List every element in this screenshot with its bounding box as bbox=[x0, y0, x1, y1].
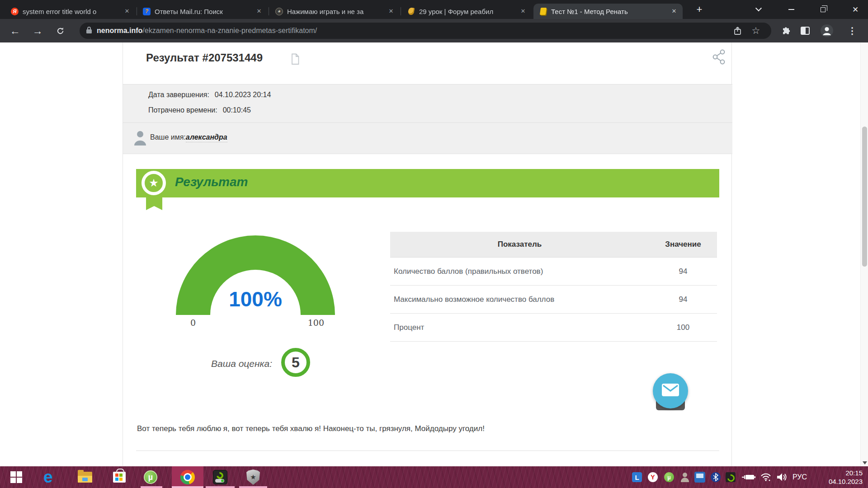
windows-taskbar: e µ ★ L bbox=[0, 466, 868, 488]
name-value[interactable]: александра bbox=[186, 133, 227, 142]
tray-wifi-icon[interactable] bbox=[760, 473, 771, 482]
tray-volume-icon[interactable] bbox=[776, 473, 787, 482]
tray-bluetooth-icon[interactable] bbox=[711, 472, 721, 482]
screen: Я system error title world o ✕ ? Ответы … bbox=[0, 0, 868, 488]
chat-widget-button[interactable] bbox=[653, 373, 688, 408]
yandex-favicon-icon: Я bbox=[11, 8, 19, 15]
table-row: Количество баллов (правильных ответов) 9… bbox=[390, 258, 717, 286]
score-table: Показатель Значение Количество баллов (п… bbox=[390, 232, 717, 342]
tray-lightshot-icon[interactable]: L bbox=[632, 472, 642, 482]
tab-title: Нажимаю играть и не за bbox=[287, 8, 384, 15]
taskbar-explorer-button[interactable] bbox=[78, 472, 92, 483]
side-panel-icon[interactable] bbox=[797, 23, 813, 38]
profile-avatar[interactable] bbox=[819, 23, 835, 38]
start-button[interactable] bbox=[10, 471, 22, 483]
gauge-percent-value: 100% bbox=[176, 287, 335, 311]
wifi-icon bbox=[760, 473, 771, 482]
page-scrollbar[interactable] bbox=[860, 42, 868, 466]
language-indicator[interactable]: РУС bbox=[793, 473, 807, 481]
share-icon[interactable] bbox=[729, 26, 747, 35]
bookmark-star-icon[interactable]: ☆ bbox=[747, 25, 765, 36]
intel-icon bbox=[694, 472, 705, 483]
tab-title: 29 урок | Форум реабил bbox=[419, 8, 516, 15]
tab-test-active[interactable]: Тест №1 - Метод Ренать ✕ bbox=[533, 4, 683, 19]
window-restore-button[interactable] bbox=[812, 0, 834, 19]
tray-user-app-icon[interactable] bbox=[680, 472, 690, 482]
bluetooth-icon bbox=[711, 472, 721, 482]
browser-tab-strip: Я system error title world o ✕ ? Ответы … bbox=[0, 0, 868, 19]
tab-wot[interactable]: ★ Нажимаю играть и не за ✕ bbox=[269, 4, 400, 19]
close-tab-icon[interactable]: ✕ bbox=[670, 7, 678, 15]
table-row: Максимально возможное количество баллов … bbox=[390, 286, 717, 314]
tray-battery-icon[interactable] bbox=[741, 473, 756, 482]
taskbar-clock[interactable]: 20:15 04.10.2023 bbox=[829, 469, 863, 486]
col-header-indicator: Показатель bbox=[390, 240, 649, 249]
lightshot-glyph: L bbox=[632, 472, 642, 482]
tab-forum[interactable]: 29 урок | Форум реабил ✕ bbox=[401, 4, 532, 19]
share-result-icon[interactable] bbox=[712, 49, 726, 67]
speaker-icon bbox=[776, 473, 787, 482]
gauge-axis-labels: 0 100 bbox=[176, 315, 335, 328]
row-value: 100 bbox=[649, 323, 717, 332]
copy-document-icon[interactable] bbox=[290, 53, 300, 67]
taskbar-store-button[interactable] bbox=[113, 472, 126, 483]
forward-icon[interactable]: → bbox=[30, 23, 45, 38]
close-tab-icon[interactable]: ✕ bbox=[519, 7, 527, 15]
nvidia-icon bbox=[726, 472, 736, 482]
tab-divider bbox=[269, 7, 269, 15]
language-label: РУС bbox=[793, 473, 807, 481]
time-label: Потрачено времени: bbox=[148, 106, 217, 114]
grade-circle: 5 bbox=[281, 348, 310, 377]
tab-system-error[interactable]: Я system error title world o ✕ bbox=[5, 4, 136, 19]
window-minimize-button[interactable] bbox=[780, 0, 802, 19]
row-value: 94 bbox=[649, 267, 717, 276]
url-host: nenorma.info bbox=[97, 27, 142, 35]
running-indicator bbox=[239, 486, 267, 488]
date-value: 04.10.2023 20:14 bbox=[215, 91, 271, 99]
taskbar-geforce-button[interactable] bbox=[213, 470, 227, 484]
scrollbar-down-arrow-icon[interactable] bbox=[863, 461, 867, 465]
user-icon bbox=[134, 131, 146, 148]
result-card: Результат #207531449 Дата завершения:04.… bbox=[123, 42, 732, 466]
edge-icon: e bbox=[43, 470, 53, 484]
taskbar-game-center-button[interactable]: ★ bbox=[246, 469, 260, 485]
reload-icon[interactable] bbox=[52, 23, 68, 38]
ribbon-tail bbox=[146, 197, 162, 210]
scrollbar-thumb[interactable] bbox=[862, 127, 867, 267]
close-tab-icon[interactable]: ✕ bbox=[123, 7, 131, 15]
running-indicator bbox=[172, 486, 203, 488]
game-shield-icon: ★ bbox=[246, 469, 260, 485]
utorrent-icon: µ bbox=[144, 470, 157, 484]
microsoft-store-icon bbox=[113, 472, 126, 483]
browser-menu-icon[interactable]: ⋮ bbox=[844, 23, 860, 38]
tray-yandex-browser-icon[interactable]: Y bbox=[648, 472, 658, 482]
tray-utorrent-icon[interactable]: µ bbox=[664, 472, 674, 482]
tab-search-chevron-icon[interactable] bbox=[748, 0, 769, 19]
taskbar-edge-button[interactable]: e bbox=[43, 470, 53, 484]
tray-intel-graphics-icon[interactable] bbox=[694, 472, 705, 483]
utorrent-glyph: µ bbox=[664, 472, 674, 482]
nvidia-geforce-icon bbox=[213, 470, 227, 484]
page-title: Результат #207531449 bbox=[146, 52, 263, 64]
chrome-icon bbox=[180, 470, 195, 484]
window-close-button[interactable]: ✕ bbox=[844, 0, 866, 19]
url-path: /ekzamen-nenorma-na-znanie-predmetas-ser… bbox=[142, 27, 317, 35]
tab-mailru[interactable]: ? Ответы Mail.ru: Поиск ✕ bbox=[137, 4, 268, 19]
tab-title: system error title world o bbox=[23, 8, 120, 15]
new-tab-button[interactable]: + bbox=[693, 3, 706, 17]
banner-title: Результат bbox=[175, 175, 248, 189]
close-tab-icon[interactable]: ✕ bbox=[387, 7, 395, 15]
close-tab-icon[interactable]: ✕ bbox=[255, 7, 263, 15]
grade-label: Ваша оценка: bbox=[168, 358, 272, 369]
score-gauge: 100% 0 100 bbox=[176, 235, 335, 328]
tray-nvidia-icon[interactable] bbox=[726, 472, 736, 482]
web-page: Результат #207531449 Дата завершения:04.… bbox=[0, 42, 868, 466]
windows-logo-icon bbox=[10, 471, 22, 483]
taskbar-chrome-button[interactable] bbox=[180, 470, 195, 484]
badge-star-icon: ★ bbox=[149, 178, 159, 188]
row-label: Максимально возможное количество баллов bbox=[390, 295, 649, 304]
extensions-puzzle-icon[interactable] bbox=[778, 23, 794, 38]
address-bar[interactable]: nenorma.info/ekzamen-nenorma-na-znanie-p… bbox=[80, 23, 771, 39]
taskbar-utorrent-button[interactable]: µ bbox=[144, 470, 157, 484]
back-icon[interactable]: ← bbox=[7, 23, 23, 38]
